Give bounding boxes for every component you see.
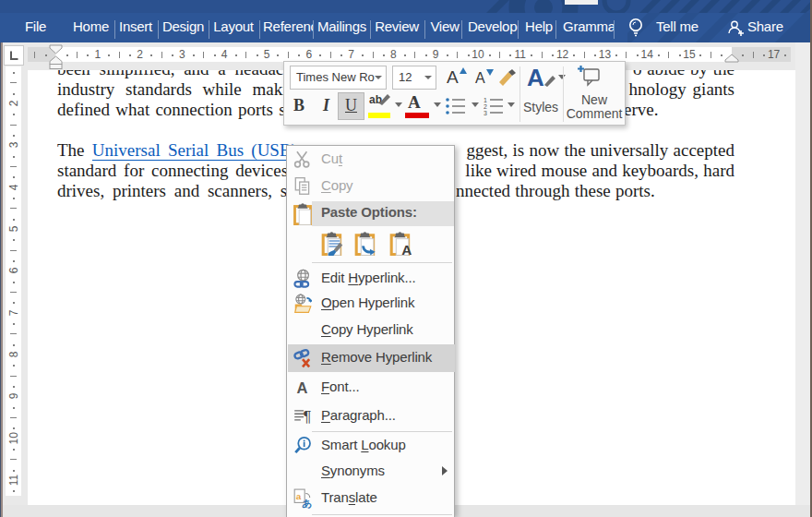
svg-text:3: 3 xyxy=(484,110,487,115)
svg-text:A: A xyxy=(401,242,412,256)
svg-text:1: 1 xyxy=(484,97,487,103)
svg-text:A: A xyxy=(296,379,307,396)
svg-text:2: 2 xyxy=(484,103,487,110)
svg-text:あ: あ xyxy=(302,497,312,508)
svg-text:¶: ¶ xyxy=(304,408,312,425)
